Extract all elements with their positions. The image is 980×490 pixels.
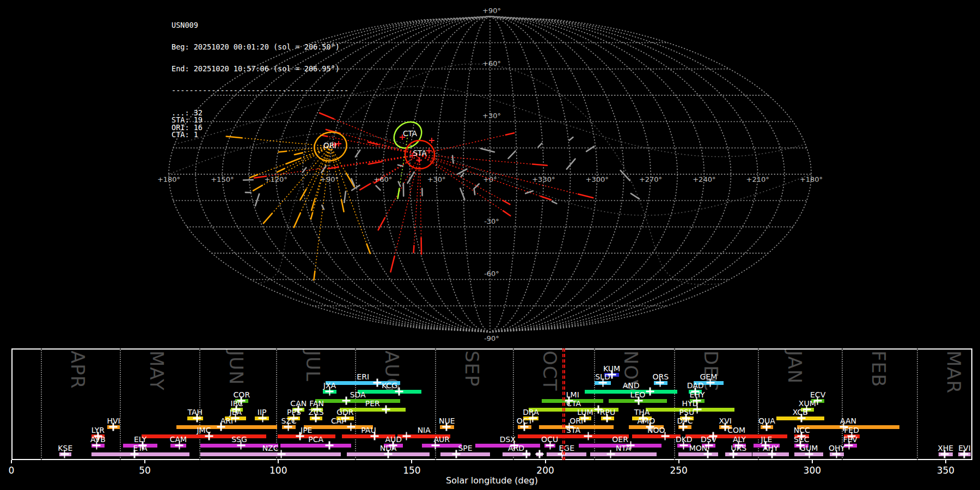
radiant-label-STA: STA [413, 149, 427, 157]
shower-max-marker [607, 450, 615, 458]
shower-max-marker [603, 414, 611, 422]
shower-max-marker [237, 442, 245, 450]
shower-bar-SDA [315, 399, 400, 403]
shower-max-marker [960, 450, 968, 458]
axis-tick-label: 250 [670, 465, 687, 476]
month-gridline [41, 348, 42, 460]
month-label: SEP [461, 351, 483, 387]
end-time: End: 20251020 10:57:06 (sol = 206.95°) [171, 65, 348, 72]
axis-tick [278, 460, 279, 463]
latitude-label: +60° [482, 59, 501, 68]
shower-max-marker [259, 414, 267, 422]
shower-label-CTA: CTA [566, 399, 581, 408]
shower-bar-PCA [280, 444, 351, 448]
axis-tick-label: 0 [9, 465, 15, 476]
axis-tick-label: 100 [270, 465, 287, 476]
shower-bar-JPE [278, 434, 335, 438]
latitude-label: -90° [484, 334, 499, 342]
begin-time: Beg: 20251020 00:01:20 (sol = 206.50°) [171, 44, 348, 51]
shower-max-marker [704, 450, 712, 458]
shower-max-marker [217, 423, 225, 431]
shower-label-PCA: PCA [308, 435, 323, 444]
shower-max-marker [277, 450, 285, 458]
shower-bar-NZC [200, 452, 341, 456]
shower-label-NIA: NIA [418, 426, 431, 434]
shower-label-CAP: CAP [331, 416, 346, 425]
shower-max-marker [347, 423, 355, 431]
shower-max-marker [395, 388, 403, 396]
shower-bar-ARI [176, 425, 277, 429]
shower-max-marker [941, 450, 949, 458]
separator: ---------------------------------------- [171, 87, 348, 94]
longitude-label: +180° [800, 175, 823, 183]
longitude-label: +300° [586, 175, 609, 183]
shower-max-marker [768, 450, 776, 458]
shower-max-marker [384, 450, 392, 458]
current-sol-line [564, 348, 565, 460]
shower-max-marker [706, 379, 714, 387]
shower-counts: ...: 32STA: 19ORI: 16CTA: 1 [171, 109, 348, 139]
chart-x-axis: Solar longitude (deg) 050100150200250300… [11, 460, 972, 490]
shower-max-marker [762, 423, 770, 431]
longitude-label: +240° [693, 175, 715, 183]
shower-max-marker [522, 450, 530, 458]
shower-label-NTA: NTA [616, 444, 631, 452]
axis-tick-label: 350 [937, 465, 954, 476]
shower-max-marker [730, 450, 738, 458]
shower-label-NZC: NZC [262, 444, 279, 452]
shower-max-marker [599, 379, 607, 387]
shower-label-AND: AND [623, 381, 640, 390]
month-gridline [674, 348, 675, 460]
shower-label-ERI: ERI [357, 372, 369, 381]
shower-max-marker [832, 450, 841, 458]
month-label: OCT [539, 351, 561, 391]
shower-max-marker [443, 423, 451, 431]
shower-max-marker [431, 442, 439, 450]
axis-tick [678, 460, 679, 463]
shower-max-marker [193, 414, 201, 422]
count-line: CTA: 1 [171, 131, 348, 138]
axis-tick-label: 150 [403, 465, 420, 476]
month-label: APR [67, 351, 89, 389]
month-gridline [120, 348, 121, 460]
shower-max-marker [370, 432, 378, 440]
shower-bar-MON [678, 452, 718, 456]
shower-max-marker [373, 379, 382, 387]
latitude-label: -30° [484, 217, 499, 225]
longitude-label: +120° [265, 175, 287, 183]
shower-bar-NOO [632, 434, 681, 438]
shower-label-STA: STA [566, 426, 580, 434]
shower-bar-EGE [547, 452, 586, 456]
shower-max-marker [535, 450, 543, 458]
radiant-cross-icon [426, 148, 432, 154]
shower-max-marker [296, 432, 304, 440]
activity-chart: APRMAYJUNJULAUGSEPOCTNOVDECJANFEBMARKUME… [11, 348, 972, 460]
shower-max-marker [342, 397, 351, 405]
shower-max-marker [326, 388, 334, 396]
shower-max-marker [635, 397, 643, 405]
shower-max-marker [661, 432, 669, 440]
shower-label-PER: PER [365, 399, 380, 408]
radiant-cross-icon [416, 157, 422, 163]
shower-max-marker [402, 432, 411, 440]
month-label: FEB [868, 351, 890, 387]
axis-tick-label: 200 [536, 465, 554, 476]
x-axis-title: Solar longitude (deg) [446, 475, 538, 486]
longitude-label: +0° [483, 175, 497, 183]
shower-label-OER: OER [612, 435, 628, 444]
longitude-label: +60° [373, 175, 392, 183]
shower-max-marker [520, 423, 528, 431]
axis-tick [812, 460, 813, 463]
station-id: USN009 [171, 22, 348, 29]
axis-tick [11, 460, 12, 463]
axis-tick-label: 300 [804, 465, 821, 476]
latitude-label: +30° [482, 112, 501, 120]
axis-tick-label: 50 [139, 465, 151, 476]
shower-max-marker [679, 442, 688, 450]
radiant-cross-icon [429, 138, 434, 143]
shower-max-marker [205, 432, 213, 440]
longitude-label: +210° [746, 175, 769, 183]
latitude-label: +90° [482, 7, 501, 15]
shower-bar-NTA [590, 452, 657, 456]
longitude-label: +30° [427, 175, 446, 183]
